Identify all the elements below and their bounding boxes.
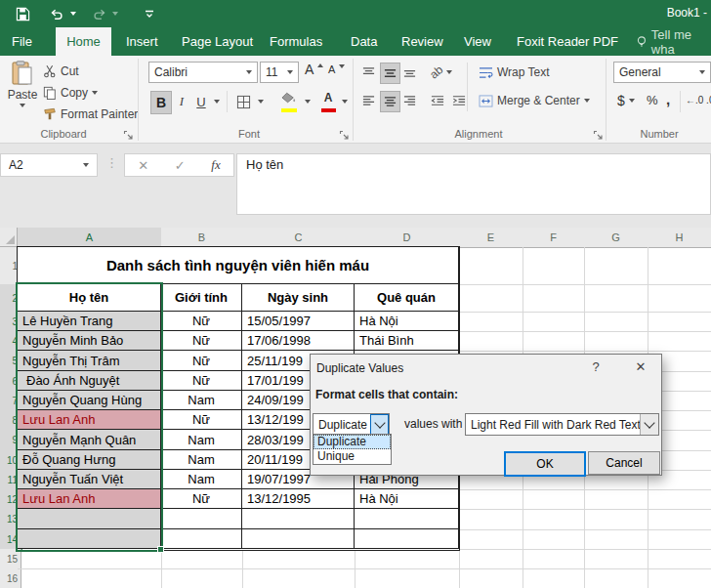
format-style-value: Light Red Fill with Dark Red Text — [466, 418, 640, 432]
cell-A14[interactable] — [18, 529, 161, 549]
cell-A8-duplicate[interactable]: Lưu Lan Anh — [18, 410, 161, 430]
cell-C4[interactable]: 17/06/1998 — [242, 331, 355, 351]
cell-C2[interactable]: Ngày sinh — [242, 284, 355, 312]
cell-B13[interactable] — [161, 509, 242, 529]
cell-C3[interactable]: 15/05/1997 — [242, 312, 355, 331]
cancel-button[interactable]: Cancel — [588, 451, 660, 475]
combo-open-button[interactable] — [370, 414, 389, 435]
option-unique[interactable]: Unique — [314, 449, 391, 464]
dialog-close-button[interactable]: ✕ — [633, 358, 648, 374]
cell-C14[interactable] — [242, 529, 355, 549]
cell-A5[interactable]: Nguyễn Thị Trâm — [18, 351, 161, 371]
cell-A1-title[interactable]: Danh sách tình nguyện viên hiến máu — [18, 247, 459, 284]
cell-C12[interactable]: 13/12/1995 — [242, 489, 355, 509]
rule-type-dropdown-list: Duplicate Unique — [313, 434, 392, 465]
chevron-down-icon — [644, 417, 654, 428]
cell-D13[interactable] — [355, 509, 459, 529]
rule-type-value: Duplicate — [314, 418, 367, 432]
option-duplicate[interactable]: Duplicate — [314, 435, 391, 449]
rule-type-combo[interactable]: Duplicate — [313, 413, 390, 436]
chevron-down-icon — [374, 417, 385, 428]
cell-B8[interactable]: Nữ — [161, 410, 242, 430]
cell-D4[interactable]: Thái Bình — [355, 331, 459, 351]
cell-A2-active[interactable]: Họ tên — [18, 284, 161, 312]
cell-B4[interactable]: Nữ — [161, 331, 242, 351]
cell-B10[interactable]: Nam — [161, 450, 242, 470]
duplicate-values-dialog: Duplicate Values ? ✕ Format cells that c… — [310, 354, 662, 476]
cell-A11[interactable]: Nguyễn Tuấn Việt — [18, 470, 161, 489]
cell-C13[interactable] — [242, 509, 355, 529]
cell-B11[interactable]: Nam — [161, 470, 242, 489]
cell-D2[interactable]: Quê quán — [355, 284, 459, 312]
cell-A4[interactable]: Nguyễn Minh Bảo — [18, 331, 161, 351]
cell-B6[interactable]: Nữ — [161, 371, 242, 391]
cell-B3[interactable]: Nữ — [161, 312, 242, 331]
cell-A12-duplicate[interactable]: Lưu Lan Anh — [18, 489, 161, 509]
cell-B12[interactable]: Nữ — [161, 489, 242, 509]
cell-B5[interactable]: Nữ — [161, 351, 242, 371]
cell-A13[interactable] — [18, 509, 161, 529]
cell-A9[interactable]: Nguyễn Mạnh Quân — [18, 430, 161, 450]
cell-D12[interactable]: Hà Nội — [355, 489, 459, 509]
dialog-help-button[interactable]: ? — [588, 358, 604, 374]
cell-A6[interactable]: Đào Ánh Nguyệt — [18, 371, 161, 391]
format-style-combo[interactable]: Light Red Fill with Dark Red Text — [465, 413, 659, 436]
cell-B9[interactable]: Nam — [161, 430, 242, 450]
cell-B7[interactable]: Nam — [161, 391, 242, 410]
cell-A10[interactable]: Đỗ Quang Hưng — [18, 450, 161, 470]
cell-D3[interactable]: Hà Nội — [355, 312, 459, 331]
values-with-label: values with — [404, 417, 462, 431]
cell-D14[interactable] — [355, 529, 459, 549]
dialog-title: Duplicate Values — [316, 361, 403, 375]
cell-B2[interactable]: Giới tính — [161, 284, 242, 312]
cell-A7[interactable]: Nguyễn Quang Hùng — [18, 391, 161, 410]
ok-button[interactable]: OK — [504, 451, 586, 477]
combo-open-button[interactable] — [640, 414, 658, 435]
format-cells-label: Format cells that contain: — [315, 388, 458, 401]
cell-A3[interactable]: Lê Huyền Trang — [18, 312, 161, 331]
cell-B14[interactable] — [161, 529, 242, 549]
